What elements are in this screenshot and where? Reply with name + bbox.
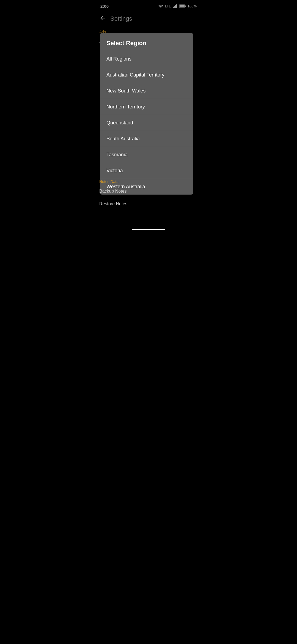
region-qld[interactable]: Queensland	[100, 115, 193, 131]
bottom-section: Notes Data Backup Notes Restore Notes	[95, 176, 202, 210]
select-region-dialog: Select Region All Regions Australian Cap…	[100, 33, 193, 195]
region-all-regions[interactable]: All Regions	[100, 51, 193, 67]
region-sa[interactable]: South Australia	[100, 131, 193, 147]
region-tas[interactable]: Tasmania	[100, 147, 193, 163]
notes-section-header: Notes Data	[99, 176, 198, 185]
region-nt[interactable]: Northern Territory	[100, 99, 193, 115]
region-act[interactable]: Australian Capital Territory	[100, 67, 193, 83]
dialog-title: Select Region	[100, 33, 193, 51]
restore-notes-item[interactable]: Restore Notes	[99, 198, 198, 210]
backup-notes-title: Backup Notes	[99, 189, 198, 194]
home-indicator	[132, 229, 165, 230]
region-list: All Regions Australian Capital Territory…	[100, 51, 193, 195]
region-nsw[interactable]: New South Wales	[100, 83, 193, 99]
restore-notes-title: Restore Notes	[99, 201, 198, 206]
backup-notes-item[interactable]: Backup Notes	[99, 185, 198, 198]
